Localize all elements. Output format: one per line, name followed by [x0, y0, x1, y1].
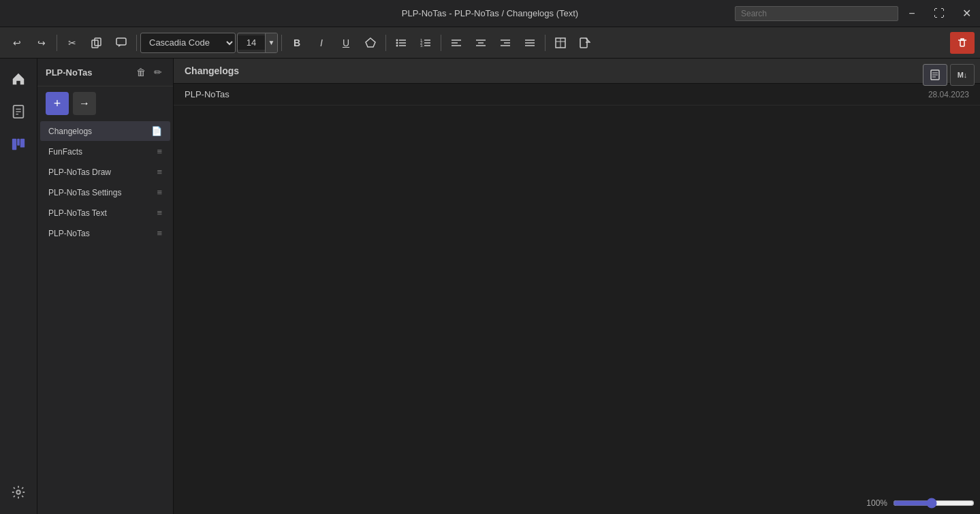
note-item-icon: ≡: [157, 167, 162, 177]
note-item-icon: ≡: [157, 208, 162, 218]
note-rows: PLP-NoTas 28.04.2023: [174, 84, 980, 106]
note-row-name: PLP-NoTas: [185, 89, 230, 99]
note-item-icon: ≡: [157, 187, 162, 197]
note-item-name: Changelogs: [48, 127, 92, 136]
nav-kanban-icon[interactable]: [5, 131, 32, 158]
zoom-level-label: 100%: [866, 498, 887, 508]
svg-rect-32: [960, 40, 964, 46]
toolbar-separator-5: [441, 35, 441, 51]
svg-rect-31: [580, 38, 587, 48]
sidebar-edit-button[interactable]: ✏: [151, 65, 165, 79]
toolbar-separator-4: [385, 35, 386, 51]
titlebar: PLP-NoTas - PLP-NoTas / Changelogs (Text…: [0, 0, 980, 27]
note-item-name: PLP-NoTas Settings: [48, 188, 121, 197]
toolbar-separator-3: [281, 35, 282, 51]
comment-button[interactable]: [110, 32, 133, 54]
svg-point-4: [396, 39, 398, 41]
nav-home-icon[interactable]: [5, 65, 32, 93]
note-item-name: PLP-NoTas: [48, 229, 90, 238]
bold-button[interactable]: B: [285, 32, 309, 54]
content-area: M↓ Changelogs PLP-NoTas 28.04.2023 100%: [174, 59, 980, 514]
font-select[interactable]: Cascadia Code Arial Consolas: [140, 33, 236, 53]
undo-button[interactable]: ↩: [5, 32, 29, 54]
close-button[interactable]: ✕: [953, 0, 980, 27]
align-left-button[interactable]: [445, 32, 468, 54]
sidebar-title: PLP-NoTas: [46, 67, 92, 78]
copy-button[interactable]: [85, 32, 108, 54]
sidebar-delete-button[interactable]: 🗑: [133, 65, 148, 79]
icon-nav: [0, 59, 37, 514]
sidebar-header-actions: 🗑 ✏: [133, 65, 165, 79]
main-area: PLP-NoTas 🗑 ✏ + → Changelogs 📄 FunFacts …: [0, 59, 980, 514]
note-panel-header: Changelogs: [174, 59, 980, 84]
unordered-list-button[interactable]: [390, 32, 413, 54]
sidebar-note-item[interactable]: PLP-NoTas Text ≡: [40, 203, 170, 223]
sidebar-note-item[interactable]: FunFacts ≡: [40, 142, 170, 161]
window-title: PLP-NoTas - PLP-NoTas / Changelogs (Text…: [402, 8, 578, 18]
svg-rect-38: [17, 139, 20, 146]
italic-button[interactable]: I: [310, 32, 333, 54]
zoom-slider[interactable]: [893, 498, 975, 509]
svg-rect-39: [20, 139, 25, 148]
svg-point-8: [396, 44, 398, 46]
note-item-icon: ≡: [157, 228, 162, 238]
import-notebook-button[interactable]: →: [73, 92, 96, 115]
ordered-list-button[interactable]: 1.2.3.: [414, 32, 437, 54]
window-controls: − ⛶ ✕: [898, 0, 980, 27]
note-panel: Changelogs PLP-NoTas 28.04.2023: [174, 59, 980, 514]
align-justify-button[interactable]: [518, 32, 541, 54]
markdown-view-button[interactable]: M↓: [950, 64, 975, 86]
svg-rect-2: [116, 38, 126, 45]
font-size-wrapper: ▼: [237, 33, 278, 53]
note-item-icon: 📄: [151, 126, 162, 136]
note-row[interactable]: PLP-NoTas 28.04.2023: [174, 84, 980, 106]
search-input[interactable]: [735, 6, 898, 21]
note-row-date: 28.04.2023: [928, 90, 969, 99]
note-item-name: FunFacts: [48, 147, 82, 157]
nav-notes-icon[interactable]: [5, 98, 32, 125]
add-notebook-button[interactable]: +: [46, 92, 69, 115]
sidebar: PLP-NoTas 🗑 ✏ + → Changelogs 📄 FunFacts …: [37, 59, 174, 514]
search-box[interactable]: [735, 6, 898, 21]
underline-button[interactable]: U: [334, 32, 358, 54]
svg-rect-37: [12, 139, 16, 150]
svg-marker-3: [366, 38, 375, 47]
svg-text:3.: 3.: [420, 44, 424, 48]
maximize-button[interactable]: ⛶: [926, 0, 953, 27]
toolbar-separator-2: [136, 35, 137, 51]
sidebar-note-item[interactable]: PLP-NoTas Settings ≡: [40, 182, 170, 202]
svg-point-6: [396, 42, 398, 44]
zoom-bar: 100%: [866, 498, 975, 509]
delete-button[interactable]: [950, 32, 975, 54]
view-buttons: M↓: [923, 64, 975, 86]
toolbar: ↩ ↪ ✂ Cascadia Code Arial Consolas ▼ B I…: [0, 27, 980, 59]
sidebar-note-item[interactable]: PLP-NoTas Draw ≡: [40, 162, 170, 182]
font-size-input[interactable]: [238, 35, 265, 50]
toolbar-separator-1: [57, 35, 57, 51]
note-item-name: PLP-NoTas Draw: [48, 167, 111, 177]
nav-settings-icon[interactable]: [5, 479, 32, 506]
minimize-button[interactable]: −: [898, 0, 926, 27]
sidebar-note-item[interactable]: Changelogs 📄: [40, 121, 170, 141]
cut-button[interactable]: ✂: [61, 32, 84, 54]
align-center-button[interactable]: [469, 32, 492, 54]
notebook-action-row: + →: [37, 86, 173, 121]
sidebar-header: PLP-NoTas 🗑 ✏: [37, 59, 173, 86]
text-view-button[interactable]: [923, 64, 947, 86]
note-list: Changelogs 📄 FunFacts ≡ PLP-NoTas Draw ≡…: [37, 121, 173, 514]
sidebar-note-item[interactable]: PLP-NoTas ≡: [40, 223, 170, 243]
redo-button[interactable]: ↪: [30, 32, 53, 54]
align-right-button[interactable]: [494, 32, 517, 54]
table-button[interactable]: [549, 32, 572, 54]
toolbar-separator-6: [545, 35, 546, 51]
export-button[interactable]: [573, 32, 597, 54]
note-item-name: PLP-NoTas Text: [48, 208, 107, 218]
highlight-button[interactable]: [359, 32, 382, 54]
note-item-icon: ≡: [157, 146, 162, 157]
svg-point-40: [16, 490, 20, 494]
font-size-arrow[interactable]: ▼: [265, 33, 277, 53]
